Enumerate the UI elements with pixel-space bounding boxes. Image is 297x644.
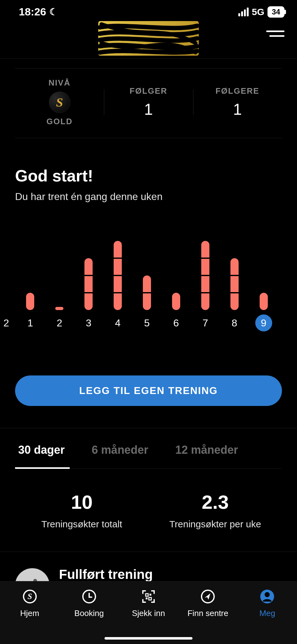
nav-booking[interactable]: Booking <box>59 588 119 630</box>
location-arrow-icon <box>199 588 217 605</box>
nav-find-centers[interactable]: Finn sentre <box>178 588 238 630</box>
svg-point-10 <box>265 592 270 597</box>
add-training-button[interactable]: LEGG TIL EGEN TRENING <box>15 375 282 406</box>
chart-bar <box>114 241 122 310</box>
following-label: FØLGER <box>104 86 193 96</box>
metric-total-label: Treningsøkter totalt <box>15 519 148 530</box>
chart-column[interactable]: 9 <box>249 293 278 331</box>
clock-icon <box>80 588 98 605</box>
status-bar: 18:26 ☾ 5G 34 <box>0 0 297 21</box>
chart-bar <box>55 307 63 310</box>
chart-x-label[interactable]: 2 <box>0 314 15 331</box>
greeting-subtitle: Du har trent én gang denne uken <box>15 191 282 203</box>
greeting-section: God start! Du har trent én gang denne uk… <box>15 166 282 203</box>
metric-total-sessions: 10 Treningsøkter totalt <box>15 491 148 530</box>
bottom-nav: S Hjem Booking Sjekk inn Finn sentre <box>0 581 297 644</box>
nav-label: Sjekk inn <box>132 608 165 618</box>
qr-scan-icon <box>140 588 157 605</box>
chart-bar <box>172 293 180 310</box>
level-cell[interactable]: NIVÅ S GOLD <box>15 78 104 126</box>
chart-column[interactable]: 6 <box>161 293 191 331</box>
chart-column[interactable]: 4 <box>103 241 132 331</box>
chart-bar <box>201 241 209 310</box>
nav-label: Hjem <box>20 608 39 618</box>
nav-home[interactable]: S Hjem <box>0 588 59 630</box>
level-tier: GOLD <box>46 117 73 126</box>
profile-stats-row: NIVÅ S GOLD FØLGER 1 FØLGERE 1 <box>15 68 282 138</box>
battery-icon: 34 <box>267 6 284 18</box>
period-tab[interactable]: 6 måneder <box>89 443 153 469</box>
status-right: 5G 34 <box>238 6 284 18</box>
divider <box>0 428 297 428</box>
period-tab[interactable]: 12 måneder <box>172 443 243 469</box>
signal-icon <box>238 8 249 16</box>
metrics-row: 10 Treningsøkter totalt 2.3 Treningsøkte… <box>15 469 282 542</box>
following-count: 1 <box>104 100 193 119</box>
home-s-icon: S <box>21 588 39 605</box>
chart-column[interactable]: 5 <box>132 275 162 331</box>
nav-label: Booking <box>74 608 104 618</box>
chart-x-label[interactable]: 2 <box>51 314 68 331</box>
chart-x-label[interactable]: 9 <box>255 314 272 331</box>
chart-bar <box>260 293 268 310</box>
chart-x-label[interactable]: 1 <box>22 314 39 331</box>
chart-bar <box>230 258 239 310</box>
level-badge-icon: S <box>49 92 70 113</box>
weekly-chart: 2123456789 <box>15 250 282 357</box>
chart-x-label[interactable]: 5 <box>138 314 155 331</box>
period-tabs: 30 dager6 måneder12 måneder <box>15 443 282 469</box>
chart-bar <box>84 258 93 310</box>
home-indicator[interactable] <box>105 637 192 640</box>
chart-column[interactable]: 2 <box>45 307 74 331</box>
chart-x-label[interactable]: 7 <box>197 314 214 331</box>
chart-column[interactable]: 7 <box>191 241 220 331</box>
period-tab[interactable]: 30 dager <box>15 443 70 469</box>
chart-column[interactable]: 8 <box>220 258 249 331</box>
chart-bar <box>143 275 151 310</box>
svg-rect-4 <box>146 594 148 596</box>
followers-label: FØLGERE <box>193 86 282 96</box>
metric-perweek-label: Treningsøkter per uke <box>148 519 282 530</box>
nav-label: Meg <box>259 608 275 618</box>
top-bar <box>0 21 297 59</box>
metric-perweek-value: 2.3 <box>148 491 282 513</box>
svg-rect-6 <box>146 597 148 599</box>
nav-checkin[interactable]: Sjekk inn <box>119 588 178 630</box>
svg-text:S: S <box>27 592 32 601</box>
clock-time: 18:26 <box>19 6 46 18</box>
following-cell[interactable]: FØLGER 1 <box>104 86 193 119</box>
level-label: NIVÅ <box>49 78 71 88</box>
chart-x-label[interactable]: 6 <box>168 314 185 331</box>
network-type: 5G <box>252 7 264 17</box>
level-glyph: S <box>56 95 63 110</box>
metric-total-value: 10 <box>15 491 148 513</box>
chart-x-label[interactable]: 3 <box>80 314 97 331</box>
chart-column[interactable]: 3 <box>74 258 103 331</box>
chart-x-label[interactable]: 4 <box>109 314 126 331</box>
greeting-title: God start! <box>15 166 282 185</box>
menu-button[interactable] <box>266 31 284 37</box>
nav-label: Finn sentre <box>187 608 228 618</box>
metric-per-week: 2.3 Treningsøkter per uke <box>148 491 282 530</box>
nav-me[interactable]: Meg <box>238 588 297 630</box>
chart-column[interactable]: 1 <box>16 293 45 331</box>
followers-count: 1 <box>193 100 282 119</box>
svg-rect-7 <box>149 597 151 600</box>
svg-rect-5 <box>149 594 151 596</box>
person-icon <box>258 588 276 605</box>
followers-cell[interactable]: FØLGERE 1 <box>193 86 282 119</box>
chart-x-label[interactable]: 8 <box>226 314 243 331</box>
status-left: 18:26 ☾ <box>19 6 58 18</box>
redacted-logo <box>98 21 199 56</box>
completed-training-row[interactable]: Fullført trening <box>15 552 282 582</box>
completed-training-title: Fullført trening <box>59 567 153 582</box>
dnd-moon-icon: ☾ <box>49 6 58 17</box>
chart-column[interactable]: 2 <box>6 307 16 331</box>
chart-bar <box>26 293 34 310</box>
